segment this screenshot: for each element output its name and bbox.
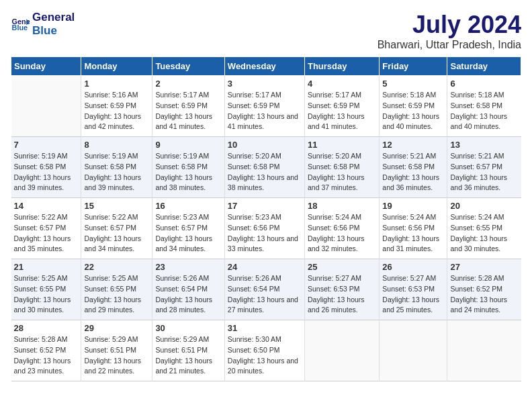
- calendar-cell: 3Sunrise: 5:17 AMSunset: 6:59 PMDaylight…: [224, 76, 304, 137]
- day-number: 29: [84, 323, 149, 333]
- calendar-cell: [447, 320, 521, 381]
- day-number: 12: [382, 140, 444, 150]
- day-number: 25: [308, 262, 376, 272]
- day-info: Sunrise: 5:20 AMSunset: 6:58 PMDaylight:…: [228, 151, 302, 193]
- day-number: 24: [228, 262, 302, 272]
- day-number: 6: [450, 79, 518, 89]
- day-number: 17: [228, 201, 302, 211]
- day-number: 13: [450, 140, 518, 150]
- svg-text:Blue: Blue: [12, 24, 28, 32]
- logo-icon: General Blue: [11, 15, 30, 34]
- day-number: 31: [228, 323, 302, 333]
- calendar-cell: 15Sunrise: 5:22 AMSunset: 6:57 PMDayligh…: [81, 198, 152, 259]
- calendar-cell: 5Sunrise: 5:18 AMSunset: 6:59 PMDaylight…: [380, 76, 447, 137]
- day-info: Sunrise: 5:21 AMSunset: 6:57 PMDaylight:…: [450, 151, 518, 193]
- calendar-cell: 4Sunrise: 5:17 AMSunset: 6:59 PMDaylight…: [304, 76, 379, 137]
- weekday-header-thursday: Thursday: [304, 57, 379, 76]
- calendar-week-5: 28Sunrise: 5:28 AMSunset: 6:52 PMDayligh…: [11, 320, 521, 381]
- day-number: 4: [308, 79, 376, 89]
- calendar-cell: [304, 320, 379, 381]
- calendar-cell: 22Sunrise: 5:25 AMSunset: 6:55 PMDayligh…: [81, 259, 152, 320]
- day-number: 19: [382, 201, 444, 211]
- day-info: Sunrise: 5:24 AMSunset: 6:56 PMDaylight:…: [308, 212, 376, 255]
- day-info: Sunrise: 5:27 AMSunset: 6:53 PMDaylight:…: [382, 273, 444, 316]
- day-number: 21: [14, 262, 79, 272]
- day-info: Sunrise: 5:19 AMSunset: 6:58 PMDaylight:…: [84, 151, 149, 193]
- calendar-cell: [380, 320, 447, 381]
- day-number: 15: [84, 201, 149, 211]
- day-number: 7: [14, 140, 79, 150]
- day-number: 11: [308, 140, 376, 150]
- day-number: 1: [84, 79, 149, 89]
- page-subtitle: Bharwari, Uttar Pradesh, India: [378, 39, 521, 51]
- day-number: 9: [155, 140, 221, 150]
- calendar-cell: 25Sunrise: 5:27 AMSunset: 6:53 PMDayligh…: [304, 259, 379, 320]
- calendar-cell: 14Sunrise: 5:22 AMSunset: 6:57 PMDayligh…: [11, 198, 81, 259]
- calendar-cell: 26Sunrise: 5:27 AMSunset: 6:53 PMDayligh…: [380, 259, 447, 320]
- calendar-body: 1Sunrise: 5:16 AMSunset: 6:59 PMDaylight…: [11, 76, 521, 381]
- calendar-week-3: 14Sunrise: 5:22 AMSunset: 6:57 PMDayligh…: [11, 198, 521, 259]
- calendar-cell: 30Sunrise: 5:29 AMSunset: 6:51 PMDayligh…: [152, 320, 224, 381]
- calendar-cell: 20Sunrise: 5:24 AMSunset: 6:55 PMDayligh…: [447, 198, 521, 259]
- day-info: Sunrise: 5:17 AMSunset: 6:59 PMDaylight:…: [308, 90, 376, 132]
- day-info: Sunrise: 5:27 AMSunset: 6:53 PMDaylight:…: [308, 273, 376, 316]
- calendar-cell: 8Sunrise: 5:19 AMSunset: 6:58 PMDaylight…: [81, 137, 152, 198]
- calendar-cell: 16Sunrise: 5:23 AMSunset: 6:57 PMDayligh…: [152, 198, 224, 259]
- day-info: Sunrise: 5:28 AMSunset: 6:52 PMDaylight:…: [450, 273, 518, 316]
- calendar-cell: 11Sunrise: 5:20 AMSunset: 6:58 PMDayligh…: [304, 137, 379, 198]
- day-info: Sunrise: 5:17 AMSunset: 6:59 PMDaylight:…: [155, 90, 221, 132]
- day-number: 8: [84, 140, 149, 150]
- day-info: Sunrise: 5:24 AMSunset: 6:56 PMDaylight:…: [382, 212, 444, 255]
- day-number: 2: [155, 79, 221, 89]
- day-info: Sunrise: 5:19 AMSunset: 6:58 PMDaylight:…: [155, 151, 221, 193]
- weekday-header-sunday: Sunday: [11, 57, 81, 76]
- calendar-cell: 2Sunrise: 5:17 AMSunset: 6:59 PMDaylight…: [152, 76, 224, 137]
- day-info: Sunrise: 5:29 AMSunset: 6:51 PMDaylight:…: [84, 334, 149, 377]
- calendar-cell: 12Sunrise: 5:21 AMSunset: 6:58 PMDayligh…: [380, 137, 447, 198]
- calendar-cell: 10Sunrise: 5:20 AMSunset: 6:58 PMDayligh…: [224, 137, 304, 198]
- calendar-cell: 18Sunrise: 5:24 AMSunset: 6:56 PMDayligh…: [304, 198, 379, 259]
- day-info: Sunrise: 5:19 AMSunset: 6:58 PMDaylight:…: [14, 151, 79, 193]
- weekday-header-saturday: Saturday: [447, 57, 521, 76]
- day-info: Sunrise: 5:18 AMSunset: 6:59 PMDaylight:…: [382, 90, 444, 132]
- day-info: Sunrise: 5:22 AMSunset: 6:57 PMDaylight:…: [14, 212, 79, 255]
- calendar-cell: [11, 76, 81, 137]
- day-number: 10: [228, 140, 302, 150]
- calendar-cell: 27Sunrise: 5:28 AMSunset: 6:52 PMDayligh…: [447, 259, 521, 320]
- logo-blue: Blue: [32, 24, 57, 37]
- calendar-cell: 13Sunrise: 5:21 AMSunset: 6:57 PMDayligh…: [447, 137, 521, 198]
- day-info: Sunrise: 5:26 AMSunset: 6:54 PMDaylight:…: [228, 273, 302, 316]
- day-info: Sunrise: 5:17 AMSunset: 6:59 PMDaylight:…: [228, 90, 302, 132]
- calendar-week-2: 7Sunrise: 5:19 AMSunset: 6:58 PMDaylight…: [11, 137, 521, 198]
- day-info: Sunrise: 5:25 AMSunset: 6:55 PMDaylight:…: [14, 273, 79, 316]
- page-header: General Blue General Blue July 2024 Bhar…: [11, 11, 521, 51]
- day-number: 26: [382, 262, 444, 272]
- calendar-cell: 19Sunrise: 5:24 AMSunset: 6:56 PMDayligh…: [380, 198, 447, 259]
- day-info: Sunrise: 5:21 AMSunset: 6:58 PMDaylight:…: [382, 151, 444, 193]
- day-info: Sunrise: 5:23 AMSunset: 6:57 PMDaylight:…: [155, 212, 221, 255]
- day-info: Sunrise: 5:30 AMSunset: 6:50 PMDaylight:…: [228, 334, 302, 377]
- day-info: Sunrise: 5:20 AMSunset: 6:58 PMDaylight:…: [308, 151, 376, 193]
- calendar-cell: 17Sunrise: 5:23 AMSunset: 6:56 PMDayligh…: [224, 198, 304, 259]
- day-number: 14: [14, 201, 79, 211]
- calendar-cell: 1Sunrise: 5:16 AMSunset: 6:59 PMDaylight…: [81, 76, 152, 137]
- calendar-table: SundayMondayTuesdayWednesdayThursdayFrid…: [11, 56, 521, 381]
- day-info: Sunrise: 5:25 AMSunset: 6:55 PMDaylight:…: [84, 273, 149, 316]
- calendar-cell: 29Sunrise: 5:29 AMSunset: 6:51 PMDayligh…: [81, 320, 152, 381]
- calendar-cell: 28Sunrise: 5:28 AMSunset: 6:52 PMDayligh…: [11, 320, 81, 381]
- day-info: Sunrise: 5:26 AMSunset: 6:54 PMDaylight:…: [155, 273, 221, 316]
- day-number: 16: [155, 201, 221, 211]
- calendar-cell: 21Sunrise: 5:25 AMSunset: 6:55 PMDayligh…: [11, 259, 81, 320]
- logo: General Blue General Blue: [11, 11, 75, 38]
- day-number: 5: [382, 79, 444, 89]
- day-number: 28: [14, 323, 79, 333]
- weekday-header-tuesday: Tuesday: [152, 57, 224, 76]
- calendar-cell: 7Sunrise: 5:19 AMSunset: 6:58 PMDaylight…: [11, 137, 81, 198]
- calendar-cell: 23Sunrise: 5:26 AMSunset: 6:54 PMDayligh…: [152, 259, 224, 320]
- day-number: 22: [84, 262, 149, 272]
- day-info: Sunrise: 5:29 AMSunset: 6:51 PMDaylight:…: [155, 334, 221, 377]
- calendar-cell: 24Sunrise: 5:26 AMSunset: 6:54 PMDayligh…: [224, 259, 304, 320]
- day-number: 18: [308, 201, 376, 211]
- logo-general: General: [32, 11, 75, 24]
- weekday-header-monday: Monday: [81, 57, 152, 76]
